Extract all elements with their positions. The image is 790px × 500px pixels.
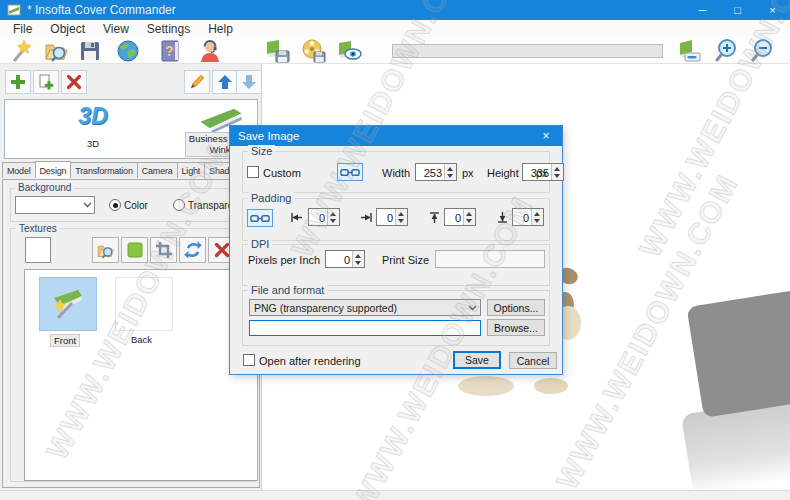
render-progress-bar (392, 44, 663, 58)
save-animation-icon[interactable] (300, 38, 328, 64)
magic-wand-icon[interactable] (6, 38, 34, 64)
save-button[interactable]: Save (453, 351, 501, 369)
pad-right-arrow-icon (360, 211, 373, 224)
options-button[interactable]: Options... (487, 299, 545, 316)
tab-transformation[interactable]: Transformation (70, 162, 137, 178)
texture-thumb-back[interactable] (115, 277, 173, 331)
textures-group-label: Textures (16, 223, 60, 234)
color-radio[interactable] (109, 199, 121, 211)
padding-left-spinner[interactable]: 0 (308, 208, 340, 226)
format-combobox[interactable]: PNG (transparency supported) (249, 299, 481, 316)
menu-settings[interactable]: Settings (138, 20, 199, 38)
zoom-in-icon[interactable] (712, 38, 740, 64)
padding-bottom-value: 0 (513, 209, 531, 225)
texture-thumb-label: Back (131, 334, 152, 345)
menu-object[interactable]: Object (41, 20, 94, 38)
custom-size-checkbox[interactable] (247, 166, 259, 178)
chain-link-icon (340, 167, 360, 178)
file-format-group-label: File and format (248, 284, 327, 296)
ppi-label: Pixels per Inch (248, 254, 320, 266)
rendered-card (687, 274, 790, 418)
padding-left-spin-buttons[interactable] (327, 209, 339, 225)
tab-camera[interactable]: Camera (137, 162, 178, 178)
pad-top-arrow-icon (428, 211, 441, 224)
padding-top-spin-buttons[interactable] (463, 209, 475, 225)
dpi-group-label: DPI (248, 238, 272, 250)
transparent-radio[interactable] (173, 199, 185, 211)
window-title: * Insofta Cover Commander (27, 3, 176, 17)
tab-light[interactable]: Light (177, 162, 206, 178)
padding-bottom-spin-buttons[interactable] (531, 209, 543, 225)
filename-input[interactable] (249, 320, 481, 336)
svg-text:?: ? (165, 43, 174, 59)
background-group-label: Background (15, 182, 74, 193)
front-texture-icon (48, 284, 88, 324)
cancel-button[interactable]: Cancel (509, 352, 557, 369)
crop-icon[interactable] (150, 237, 177, 263)
fill-color-icon[interactable] (121, 237, 148, 263)
background-combobox[interactable] (15, 196, 95, 214)
close-button[interactable]: × (755, 0, 790, 20)
padding-top-value: 0 (445, 209, 463, 225)
tab-model[interactable]: Model (2, 162, 36, 178)
add-page-icon[interactable] (33, 70, 59, 94)
padding-link-button[interactable] (247, 209, 273, 227)
padding-left-value: 0 (309, 209, 327, 225)
padding-top-spinner[interactable]: 0 (444, 208, 476, 226)
tab-design[interactable]: Design (35, 161, 72, 178)
hide-panel-icon[interactable] (676, 38, 704, 64)
open-after-checkbox[interactable] (243, 354, 255, 366)
maximize-button[interactable]: □ (720, 0, 755, 20)
delete-object-icon[interactable] (61, 70, 87, 94)
texture-color-swatch[interactable] (25, 237, 51, 263)
ppi-spinner[interactable]: 0 (325, 250, 365, 268)
padding-bottom-spinner[interactable]: 0 (512, 208, 544, 226)
refresh-icon[interactable] (179, 237, 206, 263)
print-size-field (435, 250, 545, 268)
dialog-title-bar[interactable]: Save Image × (230, 126, 562, 146)
add-object-icon[interactable] (5, 70, 31, 94)
objects-list: 3D 3D Business card: Wink (4, 99, 258, 159)
minimize-button[interactable]: ─ (685, 0, 720, 20)
width-spin-buttons[interactable] (444, 164, 456, 180)
pad-left-arrow-icon (290, 211, 303, 224)
save-project-icon[interactable] (76, 38, 104, 64)
web-icon[interactable] (114, 38, 142, 64)
ppi-spin-buttons[interactable] (352, 251, 364, 267)
move-up-icon[interactable] (212, 70, 238, 94)
open-texture-icon[interactable] (92, 237, 119, 263)
object-3d-icon: 3D (67, 103, 119, 130)
texture-thumb-label: Front (50, 334, 80, 347)
support-icon[interactable] (196, 38, 224, 64)
menu-view[interactable]: View (94, 20, 138, 38)
ppi-value: 0 (326, 251, 352, 267)
menu-file[interactable]: File (4, 20, 41, 38)
size-link-button[interactable] (337, 163, 363, 181)
save-image-icon[interactable] (264, 38, 292, 64)
format-value: PNG (transparency supported) (250, 302, 464, 314)
help-book-icon[interactable]: ? (156, 38, 184, 64)
padding-right-spin-buttons[interactable] (395, 209, 407, 225)
height-spin-buttons[interactable] (551, 164, 563, 180)
rename-icon[interactable] (184, 70, 210, 94)
width-spinner[interactable]: 253 (415, 163, 457, 181)
save-image-dialog: Save Image × Size Custom Width 253 px He… (229, 125, 563, 375)
menu-help[interactable]: Help (199, 20, 242, 38)
dialog-title: Save Image (238, 130, 299, 142)
height-label: Height (487, 167, 519, 179)
print-size-label: Print Size (382, 254, 429, 266)
title-bar[interactable]: * Insofta Cover Commander ─ □ × (0, 0, 790, 20)
custom-size-label: Custom (263, 167, 301, 179)
preview-icon[interactable] (336, 38, 364, 64)
open-after-label: Open after rendering (259, 355, 361, 367)
move-down-icon[interactable] (236, 70, 262, 94)
chevron-down-icon (80, 202, 94, 208)
padding-group-label: Padding (248, 192, 294, 204)
design-tab-panel: Background Color Transparent Textures (2, 179, 260, 488)
padding-right-spinner[interactable]: 0 (376, 208, 408, 226)
browse-button[interactable]: Browse... (487, 319, 545, 336)
open-project-icon[interactable] (42, 38, 70, 64)
zoom-out-icon[interactable] (748, 38, 776, 64)
texture-thumb-front[interactable] (39, 277, 97, 331)
dialog-close-icon[interactable]: × (530, 126, 562, 146)
